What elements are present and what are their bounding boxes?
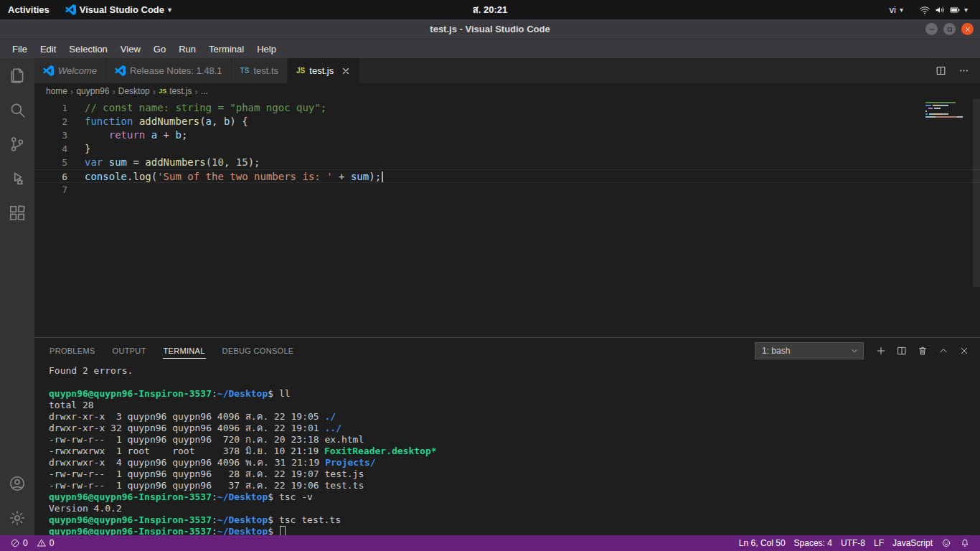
- breadcrumb-item-[interactable]: ...: [201, 86, 208, 96]
- code-line[interactable]: 1// const name: string = "pham ngoc quy"…: [34, 101, 980, 115]
- explorer-icon: [8, 66, 27, 85]
- breadcrumb: home›quypn96›Desktop›JStest.js›...: [34, 83, 980, 99]
- system-tray[interactable]: ▾: [911, 0, 976, 19]
- kill-terminal-button[interactable]: [917, 345, 928, 357]
- terminal-line: -rw-rw-r-- 1 quypn96 quypn96 37 ส.ค. 22 …: [49, 480, 980, 491]
- editor-lines: 1// const name: string = "pham ngoc quy"…: [34, 101, 980, 197]
- breadcrumb-label: test.js: [169, 86, 192, 96]
- menu-item-view[interactable]: View: [114, 42, 147, 57]
- maximize-button[interactable]: [943, 23, 956, 35]
- menu-item-terminal[interactable]: Terminal: [202, 42, 250, 57]
- minimize-button[interactable]: [925, 23, 938, 35]
- status-feedback[interactable]: [937, 535, 956, 551]
- code-text: console.log('Sum of the two numbers is: …: [67, 170, 383, 182]
- close-icon[interactable]: [341, 66, 351, 76]
- code-editor[interactable]: 1// const name: string = "pham ngoc quy"…: [34, 99, 980, 337]
- status-problems-errors[interactable]: 0: [6, 535, 32, 551]
- more-actions-button[interactable]: [958, 65, 970, 77]
- menu-item-help[interactable]: Help: [250, 42, 283, 57]
- panel-tab-terminal[interactable]: TERMINAL: [163, 343, 206, 359]
- activity-account[interactable]: [0, 466, 34, 501]
- code-line[interactable]: 3 return a + b;: [34, 128, 980, 142]
- status-eol[interactable]: LF: [870, 535, 888, 551]
- line-number: 3: [34, 128, 67, 142]
- maximize-panel-button[interactable]: [938, 345, 949, 357]
- activity-run-debug[interactable]: [0, 161, 34, 196]
- vscode-logo-icon: [43, 65, 54, 76]
- activity-source-control[interactable]: [0, 127, 34, 161]
- tab-release-notes-1-48-1[interactable]: Release Notes: 1.48.1: [106, 58, 232, 83]
- breadcrumb-label: quypn96: [76, 86, 109, 96]
- settings-gear-icon: [8, 509, 27, 527]
- menu-item-selection[interactable]: Selection: [62, 42, 113, 57]
- status-left: 00: [6, 535, 58, 551]
- js-icon: JS: [159, 88, 166, 95]
- activity-explorer[interactable]: [0, 58, 34, 93]
- activity-extensions[interactable]: [0, 196, 34, 230]
- terminal-line: [49, 377, 980, 388]
- tab-actions: [935, 58, 980, 83]
- code-line[interactable]: 4}: [34, 142, 980, 156]
- clock[interactable]: ส. 20:21: [473, 2, 507, 17]
- status-text: LF: [874, 538, 884, 548]
- maximize-icon: [946, 26, 953, 33]
- terminal-line: quypn96@quypn96-Inspiron-3537:~/Desktop$…: [49, 388, 980, 400]
- status-text: Spaces: 4: [794, 538, 832, 548]
- code-line[interactable]: 2function addNumbers(a, b) {: [34, 115, 980, 128]
- code-text: return a + b;: [67, 128, 187, 142]
- split-terminal-button[interactable]: [896, 345, 908, 357]
- terminal[interactable]: Found 2 errors. quypn96@quypn96-Inspiron…: [34, 363, 980, 535]
- panel-controls: 1: bash: [755, 342, 970, 359]
- input-method-indicator[interactable]: vi ▾: [882, 0, 911, 19]
- close-button[interactable]: [961, 23, 974, 35]
- status-encoding[interactable]: UTF-8: [837, 535, 870, 551]
- code-line[interactable]: 6console.log('Sum of the two numbers is:…: [34, 169, 980, 183]
- panel-tab-output[interactable]: OUTPUT: [112, 343, 147, 359]
- close-panel-button[interactable]: [958, 345, 970, 357]
- status-text: UTF-8: [841, 538, 865, 548]
- minimap[interactable]: [925, 102, 970, 121]
- breadcrumb-label: home: [46, 86, 67, 96]
- tab-test-ts[interactable]: TStest.ts: [232, 58, 288, 83]
- terminal-line: Version 4.0.2: [49, 503, 980, 514]
- app-menu-button[interactable]: Visual Studio Code ▾: [57, 0, 179, 19]
- status-indentation[interactable]: Spaces: 4: [790, 535, 837, 551]
- split-editor-button[interactable]: [935, 65, 947, 77]
- tab-test-js[interactable]: JStest.js: [288, 58, 360, 83]
- breadcrumb-item-test-js[interactable]: JStest.js: [159, 86, 192, 96]
- editor-scrollbar[interactable]: [973, 99, 980, 287]
- activities-button[interactable]: Activities: [0, 0, 57, 19]
- line-number: 5: [34, 156, 67, 169]
- status-notifications[interactable]: [956, 535, 974, 551]
- menu-item-run[interactable]: Run: [172, 42, 202, 57]
- activity-top: [0, 58, 34, 230]
- status-cursor-position[interactable]: Ln 6, Col 50: [735, 535, 790, 551]
- status-language-mode[interactable]: JavaScript: [888, 535, 937, 551]
- panel-tab-debug-console[interactable]: DEBUG CONSOLE: [222, 343, 295, 359]
- text-cursor: [382, 171, 383, 182]
- activity-search[interactable]: [0, 93, 34, 127]
- status-problems-warnings[interactable]: 0: [32, 535, 59, 551]
- minimize-icon: [928, 26, 936, 33]
- terminal-line: drwxrwxr-x 4 quypn96 quypn96 4096 พ.ค. 3…: [49, 457, 980, 468]
- status-right: Ln 6, Col 50Spaces: 4UTF-8LFJavaScript: [735, 535, 974, 551]
- activity-bottom: [0, 466, 34, 535]
- status-text: JavaScript: [892, 538, 933, 548]
- activity-settings-gear[interactable]: [0, 501, 34, 535]
- code-line[interactable]: 5var sum = addNumbers(10, 15);: [34, 156, 980, 169]
- new-terminal-button[interactable]: [875, 345, 887, 357]
- terminal-shell-select[interactable]: 1: bash: [755, 342, 864, 359]
- window-title: test.js - Visual Studio Code: [0, 24, 980, 34]
- menu-bar: FileEditSelectionViewGoRunTerminalHelp: [0, 39, 980, 58]
- tab-label: Release Notes: 1.48.1: [130, 65, 222, 76]
- menu-item-go[interactable]: Go: [147, 42, 172, 57]
- code-line[interactable]: 7: [34, 183, 980, 197]
- panel-tab-problems[interactable]: PROBLEMS: [49, 343, 96, 359]
- breadcrumb-item-home[interactable]: home: [46, 86, 67, 96]
- js-icon: JS: [296, 67, 305, 75]
- tab-welcome[interactable]: Welcome: [34, 58, 106, 83]
- breadcrumb-item-quypn96[interactable]: quypn96: [76, 86, 109, 96]
- menu-item-file[interactable]: File: [6, 42, 34, 57]
- breadcrumb-item-desktop[interactable]: Desktop: [118, 86, 150, 96]
- menu-item-edit[interactable]: Edit: [34, 42, 62, 57]
